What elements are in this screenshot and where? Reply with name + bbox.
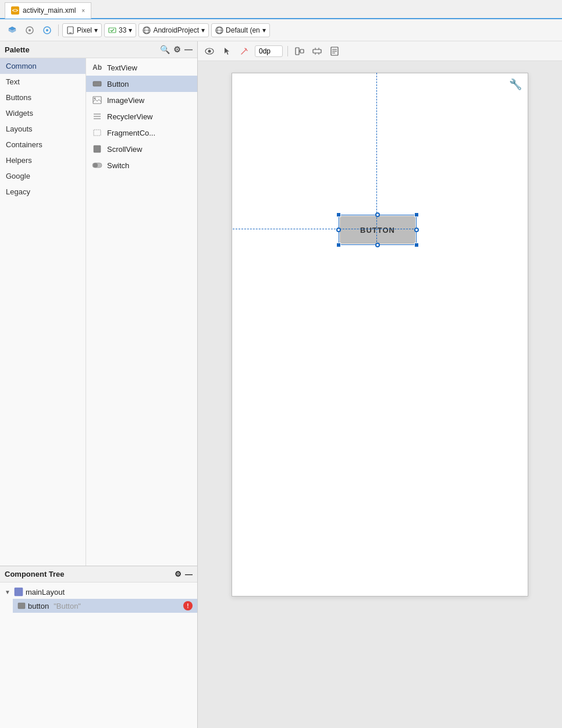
palette-item-imageview[interactable]: ImageView (86, 92, 197, 108)
svg-rect-24 (18, 603, 25, 609)
scrollview-icon (92, 144, 102, 154)
component-tree-section: Component Tree ⚙ — ▼ mainLayout button "… (0, 566, 197, 728)
locale-chevron: ▾ (262, 26, 266, 34)
canvas-button-label: BUTTON (360, 226, 395, 235)
palette-item-switch[interactable]: Switch (86, 157, 197, 173)
tree-arrow-mainlayout: ▼ (5, 589, 10, 595)
device-selector[interactable]: Pixel ▾ (62, 23, 102, 37)
main-toolbar: Pixel ▾ 33 ▾ AndroidProject ▾ Default (e… (0, 19, 562, 41)
palette-categories: Common Text Buttons Widgets Layouts Cont… (0, 58, 86, 566)
fragmentcontainer-icon (92, 127, 102, 138)
left-panel: Palette 🔍 ⚙ — Common Text Buttons Widget… (0, 41, 198, 728)
tree-item-mainlayout-label: mainLayout (26, 588, 65, 596)
tree-item-button-label: button (28, 602, 49, 610)
svg-point-22 (93, 163, 98, 168)
main-layout: Palette 🔍 ⚙ — Common Text Buttons Widget… (0, 41, 562, 728)
palette-title: Palette (5, 45, 30, 54)
tree-item-button[interactable]: button "Button" ! (13, 599, 197, 613)
svg-rect-28 (296, 48, 299, 55)
svg-point-26 (208, 49, 211, 52)
palette-category-legacy[interactable]: Legacy (0, 184, 86, 200)
component-tree-content: ▼ mainLayout button "Button" ! (0, 583, 197, 728)
cursor-btn[interactable] (220, 44, 234, 58)
palette-item-textview[interactable]: Ab TextView (86, 59, 197, 76)
palette-item-scrollview[interactable]: ScrollView (86, 141, 197, 157)
svg-point-27 (246, 48, 247, 49)
switch-icon (92, 160, 102, 171)
palette-item-button[interactable]: Button (86, 76, 197, 92)
palette-item-fragmentcontainer-label: FragmentCo... (107, 129, 155, 137)
component-tree-header: Component Tree ⚙ — (0, 566, 197, 583)
locale-label: Default (en (226, 26, 260, 34)
component-tree-minimize-icon[interactable]: — (185, 570, 193, 578)
tree-item-mainlayout[interactable]: ▼ mainLayout (0, 585, 197, 599)
layout-validate-btn[interactable] (328, 44, 342, 58)
palette-category-buttons[interactable]: Buttons (0, 90, 86, 105)
recyclerview-icon (92, 111, 102, 122)
palette-category-widgets[interactable]: Widgets (0, 105, 86, 121)
canvas-wrench-icon: 🔧 (509, 78, 522, 91)
palette-category-containers[interactable]: Containers (0, 137, 86, 152)
palette-section: Palette 🔍 ⚙ — Common Text Buttons Widget… (0, 41, 197, 566)
svg-rect-29 (300, 49, 304, 53)
palette-item-scrollview-label: ScrollView (107, 145, 142, 154)
palette-category-helpers[interactable]: Helpers (0, 152, 86, 168)
api-label: 33 (119, 26, 126, 34)
palette-item-recyclerview[interactable]: RecyclerView (86, 108, 197, 125)
palette-item-button-label: Button (107, 80, 129, 88)
svg-rect-23 (15, 588, 23, 596)
svg-rect-31 (313, 49, 321, 53)
activity-main-tab[interactable]: <> activity_main.xml × (5, 2, 91, 19)
palette-category-layouts[interactable]: Layouts (0, 121, 86, 137)
textview-icon: Ab (92, 62, 102, 73)
palette-items: Ab TextView Button ImageView (86, 58, 197, 566)
locale-selector[interactable]: Default (en ▾ (211, 23, 270, 37)
palette-category-google[interactable]: Google (0, 168, 86, 184)
constraint-infer-btn[interactable] (293, 44, 307, 58)
palette-item-imageview-label: ImageView (107, 96, 144, 105)
svg-point-3 (29, 29, 31, 31)
project-selector[interactable]: AndroidProject ▾ (138, 23, 209, 37)
button-error-badge: ! (183, 601, 193, 610)
phone-frame[interactable]: 🔧 BUTTON (232, 73, 528, 596)
palette-header: Palette 🔍 ⚙ — (0, 41, 197, 58)
svg-rect-20 (94, 145, 101, 152)
palette-category-text[interactable]: Text (0, 74, 86, 90)
button-icon (92, 79, 102, 89)
canvas-area: 🔧 BUTTON (198, 41, 562, 728)
palette-search-icon[interactable]: 🔍 (160, 45, 170, 54)
svg-point-15 (94, 98, 96, 100)
eye-btn[interactable] (202, 44, 216, 58)
tab-file-icon: <> (11, 6, 19, 15)
palette-item-recyclerview-label: RecyclerView (107, 112, 153, 121)
palette-content: Common Text Buttons Widgets Layouts Cont… (0, 58, 197, 566)
tab-label: activity_main.xml (23, 6, 76, 15)
canvas-toolbar (198, 41, 562, 61)
tree-item-button-tag: "Button" (54, 602, 81, 610)
canvas-sep-1 (287, 46, 288, 56)
layers-btn[interactable] (5, 23, 20, 38)
design-surface-btn[interactable] (40, 23, 55, 38)
component-tree-header-actions: ⚙ — (175, 570, 193, 578)
device-label: Pixel (77, 26, 92, 34)
canvas-button-widget[interactable]: BUTTON (340, 216, 415, 244)
offset-input[interactable] (255, 45, 283, 57)
palette-category-common[interactable]: Common (0, 58, 86, 74)
palette-item-textview-label: TextView (107, 63, 137, 72)
blueprint-btn[interactable] (22, 23, 37, 38)
constraint-clear-btn[interactable] (310, 44, 324, 58)
palette-minimize-icon[interactable]: — (184, 45, 193, 54)
api-selector[interactable]: 33 ▾ (104, 23, 136, 37)
tab-bar: <> activity_main.xml × (0, 0, 562, 19)
palette-header-actions: 🔍 ⚙ — (160, 45, 193, 54)
svg-rect-19 (94, 130, 101, 136)
svg-rect-13 (93, 81, 101, 86)
mainlayout-icon (14, 587, 23, 596)
component-tree-settings-icon[interactable]: ⚙ (175, 570, 182, 578)
component-tree-title: Component Tree (5, 570, 65, 578)
svg-point-5 (46, 29, 48, 31)
magic-btn[interactable] (237, 44, 251, 58)
palette-item-fragmentcontainer[interactable]: FragmentCo... (86, 125, 197, 141)
palette-settings-icon[interactable]: ⚙ (173, 45, 181, 54)
tab-close-btn[interactable]: × (81, 8, 85, 14)
